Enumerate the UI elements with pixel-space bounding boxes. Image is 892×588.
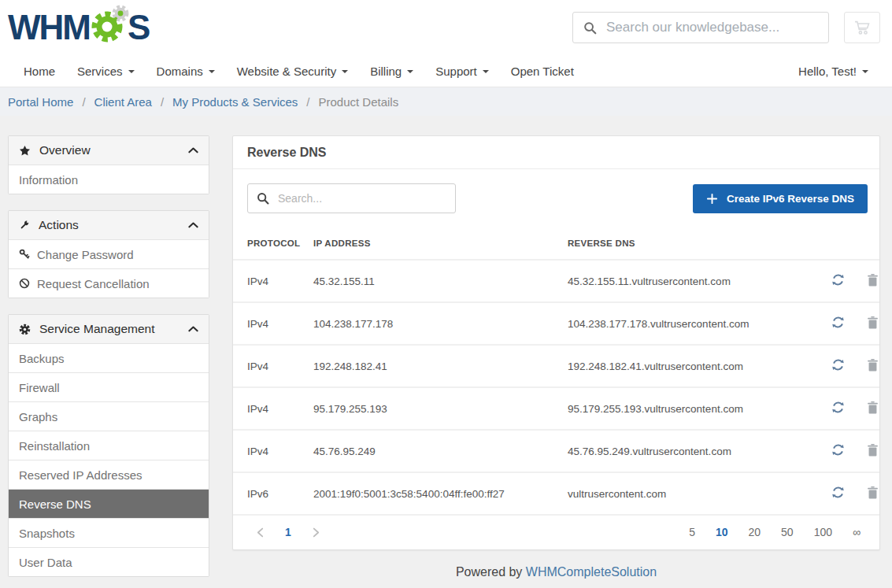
refresh-icon[interactable] [831,485,846,502]
sidebar: Overview Information Actions [8,135,209,577]
sidebar-item-backups[interactable]: Backups [9,343,209,372]
user-menu[interactable]: Hello, Test! [798,65,868,78]
powered-by-text: Powered by [456,565,523,579]
breadcrumb-portal-home[interactable]: Portal Home [8,95,73,109]
cell-protocol: IPv4 [233,345,313,387]
knowledgebase-search-input[interactable] [606,20,818,35]
trash-icon[interactable] [866,273,879,290]
sidebar-item-graphs[interactable]: Graphs [9,401,209,431]
nav-item-billing[interactable]: Billing [370,65,413,78]
trash-icon[interactable] [866,316,879,332]
nav-item-support[interactable]: Support [435,65,489,78]
create-ipv6-reverse-dns-button[interactable]: Create IPv6 Reverse DNS [693,184,868,213]
page-size-20[interactable]: 20 [749,526,761,538]
pagination-page-1[interactable]: 1 [285,526,291,538]
sidebar-item-snapshots[interactable]: Snapshots [9,518,209,547]
panel-actions-header[interactable]: Actions [9,211,209,239]
caret-down-icon [862,70,868,73]
nav-item-home[interactable]: Home [24,65,55,78]
nav-label: Services [77,65,123,78]
page-size-5[interactable]: 5 [689,526,695,538]
refresh-icon[interactable] [831,400,846,417]
refresh-icon[interactable] [831,357,846,375]
breadcrumb-current: Product Details [318,95,398,109]
sidebar-item-reverse-dns[interactable]: Reverse DNS [9,489,209,518]
cell-protocol: IPv6 [233,472,313,514]
sidebar-item-firewall[interactable]: Firewall [9,372,209,401]
nav-label: Website & Security [237,65,336,78]
column-header-protocol: PROTOCOL [233,232,313,260]
trash-icon[interactable] [866,443,879,460]
breadcrumb-my-products[interactable]: My Products & Services [172,95,298,109]
table-row: IPv4 192.248.182.41 192.248.182.41.vultr… [233,345,879,387]
caret-down-icon [407,70,413,73]
sidebar-item-request-cancellation[interactable]: Request Cancellation [9,268,209,298]
whmcompletesolution-link[interactable]: WHMCompleteSolution [526,565,657,579]
nav-item-open-ticket[interactable]: Open Ticket [511,65,574,78]
column-header-ip-address: IP ADDRESS [313,232,568,260]
sidebar-item-change-password[interactable]: Change Password [9,239,209,268]
sidebar-item-label: Change Password [37,248,134,261]
gear-icon [19,324,31,335]
refresh-icon[interactable] [831,315,846,332]
sidebar-item-label: Information [19,173,78,187]
chevron-up-icon [188,326,198,332]
pagination-prev-icon[interactable] [257,527,264,538]
card-title: Reverse DNS [233,136,879,169]
main-navigation: Home Services Domains Website & Security… [0,55,892,87]
page-size-100[interactable]: 100 [814,526,832,538]
search-icon [257,192,269,205]
panel-service-management-header[interactable]: Service Management [9,315,209,343]
page-size-unlimited[interactable]: ∞ [853,526,861,538]
panel-title: Overview [39,143,91,157]
refresh-icon[interactable] [831,272,846,290]
refresh-icon[interactable] [831,442,846,460]
sidebar-item-user-data[interactable]: User Data [9,547,209,576]
nav-item-domains[interactable]: Domains [157,65,215,78]
cart-button[interactable] [844,12,880,43]
cell-protocol: IPv4 [233,302,313,345]
nav-label: Billing [370,65,402,78]
cell-reverse-dns: 45.32.155.11.vultrusercontent.com [568,260,793,302]
page-footer: Powered by WHMCompleteSolution [232,550,880,579]
cell-protocol: IPv4 [233,387,313,430]
cell-ip-address: 45.32.155.11 [313,260,568,302]
breadcrumb-client-area[interactable]: Client Area [94,95,152,109]
table-search-input[interactable] [278,192,446,205]
trash-icon[interactable] [866,401,879,417]
reverse-dns-card: Reverse DNS Create IPv6 Reverse DNS [232,135,880,550]
caret-down-icon [209,70,215,73]
cell-ip-address: 95.179.255.193 [313,387,568,430]
sidebar-item-label: Reverse DNS [19,497,91,511]
user-menu-label: Hello, Test! [798,65,857,78]
panel-overview-header[interactable]: Overview [9,136,209,165]
nav-item-website-security[interactable]: Website & Security [237,65,348,78]
table-row: IPv4 45.32.155.11 45.32.155.11.vultruser… [233,260,879,302]
caret-down-icon [342,70,348,73]
logo-text-prefix: WHM [8,10,90,45]
cell-reverse-dns: 104.238.177.178.vultrusercontent.com [568,302,793,345]
breadcrumb-separator: / [161,95,164,109]
chevron-up-icon [188,147,198,153]
cell-ip-address: 192.248.182.41 [313,345,568,387]
nav-item-services[interactable]: Services [77,65,135,78]
trash-icon[interactable] [866,486,879,502]
pagination-next-icon[interactable] [313,527,320,538]
plus-icon [706,193,718,205]
sidebar-item-label: Backups [19,352,65,365]
page-size-50[interactable]: 50 [781,526,794,538]
panel-title: Actions [39,218,79,232]
sidebar-item-reserved-ip-addresses[interactable]: Reserved IP Addresses [9,460,209,489]
page-size-10[interactable]: 10 [716,526,728,538]
reverse-dns-table: PROTOCOL IP ADDRESS REVERSE DNS IPv4 45.… [233,232,879,514]
sidebar-item-label: Firewall [19,381,60,394]
table-header-row: PROTOCOL IP ADDRESS REVERSE DNS [233,232,879,260]
trash-icon[interactable] [866,358,879,375]
whmcs-logo[interactable]: WHM S [8,5,149,51]
cart-icon [854,20,871,35]
cell-protocol: IPv4 [233,430,313,472]
sidebar-item-information[interactable]: Information [9,165,209,194]
sidebar-item-reinstallation[interactable]: Reinstallation [9,431,209,460]
content-area: Overview Information Actions [0,116,892,579]
nav-label: Home [24,65,55,78]
